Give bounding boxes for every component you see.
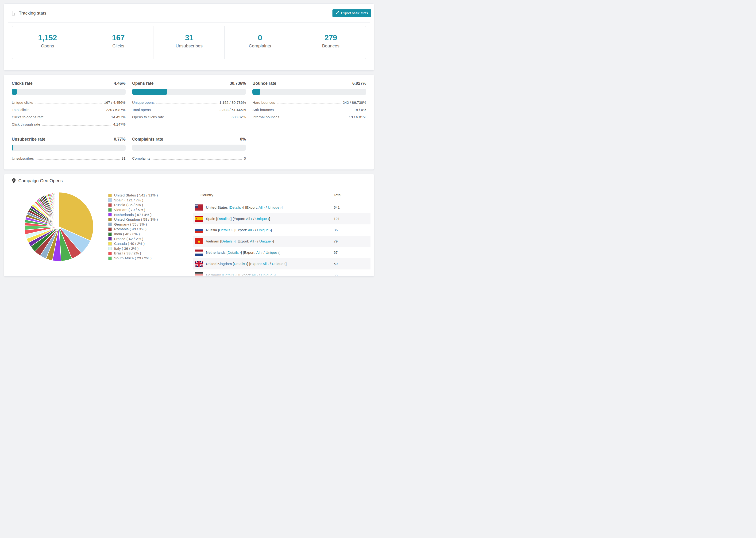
rate-section: Clicks rate 4.46% Unique clicks 167 / 4.…	[12, 81, 126, 127]
column-header-country: Country	[193, 193, 334, 197]
export-unique-link[interactable]: Unique ›	[261, 273, 275, 277]
export-all-link[interactable]: All ›	[258, 205, 265, 209]
rate-detail-value: 4.147%	[113, 122, 126, 127]
country-name: Netherlands	[206, 250, 226, 254]
rate-title: Complaints rate	[132, 137, 163, 142]
geo-table: Country Total United States [Details ›] …	[193, 188, 370, 277]
geo-pie-chart[interactable]	[24, 191, 94, 262]
geo-title-wrap: Campaign Geo Opens	[12, 178, 63, 183]
details-link[interactable]: Details ›	[230, 205, 243, 209]
export-icon	[336, 11, 340, 15]
details-link[interactable]: Details ›	[219, 228, 233, 232]
country-total: 59	[334, 262, 338, 266]
export-unique-link[interactable]: Unique ›	[255, 217, 269, 221]
rate-progress-track	[132, 144, 246, 151]
legend-label: Germany ( 55 / 3% )	[114, 222, 147, 227]
rate-detail-value: 2,303 / 61.446%	[219, 108, 246, 112]
table-row: Russia [Details ›] [Export: All › / Uniq…	[193, 224, 370, 236]
export-unique-link[interactable]: Unique ›	[268, 205, 282, 209]
legend-label: Vietnam ( 79 / 5% )	[114, 208, 145, 212]
legend-item[interactable]: Spain ( 121 / 7% )	[108, 198, 158, 203]
export-all-link[interactable]: All ›	[246, 217, 252, 221]
rate-detail-row: Complaints 0	[132, 156, 246, 161]
legend-item[interactable]: South Africa ( 29 / 2% )	[108, 256, 158, 261]
country-name: Russia	[206, 228, 217, 232]
rate-title: Opens rate	[132, 81, 153, 86]
country-name: Spain	[206, 217, 215, 221]
export-unique-link[interactable]: Unique ›	[257, 228, 271, 232]
details-link[interactable]: Details ›	[217, 217, 231, 221]
export-unique-link[interactable]: Unique ›	[266, 250, 279, 254]
export-basic-stats-button[interactable]: Export basic stats	[333, 9, 371, 17]
legend-color-swatch	[108, 213, 112, 216]
legend-item[interactable]: Germany ( 55 / 3% )	[108, 222, 158, 227]
details-link[interactable]: Details ›	[221, 239, 235, 243]
rate-detail-row: Unique clicks 167 / 4.456%	[12, 100, 126, 105]
country-total: 79	[334, 239, 338, 243]
rate-detail-row: Unique opens 1,152 / 30.736%	[132, 100, 246, 105]
export-all-link[interactable]: All ›	[262, 262, 269, 266]
legend-item[interactable]: Romania ( 49 / 3% )	[108, 227, 158, 232]
rate-progress-fill	[12, 144, 13, 151]
rate-detail-value: 31	[121, 156, 125, 161]
geo-title: Campaign Geo Opens	[18, 178, 63, 183]
table-row: United States [Details ›] [Export: All ›…	[193, 202, 370, 213]
country-flag-icon	[195, 216, 203, 222]
legend-item[interactable]: Canada ( 40 / 2% )	[108, 241, 158, 246]
tracking-stats-header: Tracking stats Export basic stats	[8, 4, 370, 23]
legend-item[interactable]: Vietnam ( 79 / 5% )	[108, 207, 158, 212]
export-all-link[interactable]: All ›	[256, 250, 263, 254]
rate-title: Clicks rate	[12, 81, 33, 86]
legend-color-swatch	[108, 198, 112, 202]
stat-box: 279 Bounces	[295, 26, 366, 59]
rate-detail-row: Total clicks 220 / 5.87%	[12, 108, 126, 112]
legend-item[interactable]: Brazil ( 33 / 2% )	[108, 251, 158, 256]
details-link[interactable]: Details ›	[234, 262, 247, 266]
legend-color-swatch	[108, 223, 112, 226]
dotted-leader	[31, 111, 104, 111]
dotted-leader	[45, 118, 109, 118]
rate-detail-label: Soft bounces	[252, 108, 274, 112]
country-name: United Kingdom	[206, 262, 232, 266]
export-all-link[interactable]: All ›	[252, 273, 258, 277]
table-row: Spain [Details ›] [Export: All › / Uniqu…	[193, 213, 370, 224]
stat-label: Unsubscribes	[176, 43, 203, 49]
export-all-link[interactable]: All ›	[250, 239, 256, 243]
export-unique-link[interactable]: Unique ›	[272, 262, 286, 266]
stat-value: 0	[258, 33, 262, 42]
map-pin-icon	[12, 178, 16, 183]
legend-item[interactable]: United Kingdom ( 59 / 3% )	[108, 217, 158, 222]
legend-item[interactable]: Netherlands ( 67 / 4% )	[108, 212, 158, 217]
export-all-link[interactable]: All ›	[248, 228, 254, 232]
legend-item[interactable]: Italy ( 36 / 2% )	[108, 246, 158, 251]
legend-item[interactable]: India ( 46 / 3% )	[108, 232, 158, 237]
details-link[interactable]: Details ›	[223, 273, 236, 277]
legend-label: India ( 46 / 3% )	[114, 232, 140, 236]
rate-detail-label: Complaints	[132, 156, 150, 161]
country-total: 86	[334, 228, 338, 232]
legend-color-swatch	[108, 237, 112, 241]
export-unique-link[interactable]: Unique ›	[259, 239, 273, 243]
rate-detail-value: 1,152 / 30.736%	[219, 100, 246, 105]
legend-item[interactable]: Russia ( 86 / 5% )	[108, 202, 158, 207]
rate-detail-value: 242 / 86.738%	[343, 100, 366, 105]
country-name: Germany	[206, 273, 221, 277]
geo-table-header: Country Total	[193, 188, 370, 202]
legend-label: United States ( 541 / 31% )	[114, 193, 158, 197]
legend-label: Netherlands ( 67 / 4% )	[114, 213, 151, 217]
details-link[interactable]: Details ›	[228, 250, 241, 254]
legend-item[interactable]: United States ( 541 / 31% )	[108, 193, 158, 198]
legend-label: United Kingdom ( 59 / 3% )	[114, 217, 158, 222]
legend-item[interactable]: France ( 42 / 2% )	[108, 237, 158, 241]
legend-label: France ( 42 / 2% )	[114, 237, 143, 241]
legend-label: Russia ( 86 / 5% )	[114, 203, 143, 207]
stat-box: 167 Clicks	[83, 26, 154, 59]
country-flag-icon	[195, 204, 203, 211]
summary-stats-row: 1,152 Opens 167 Clicks 31 Unsubscribes 0…	[12, 26, 366, 59]
page-title: Tracking stats	[19, 11, 46, 16]
geo-content: United States ( 541 / 31% ) Spain ( 121 …	[4, 187, 374, 277]
dotted-leader	[35, 103, 102, 104]
bar-chart-icon	[12, 11, 17, 16]
dotted-leader	[277, 103, 341, 104]
legend-color-swatch	[108, 208, 112, 212]
